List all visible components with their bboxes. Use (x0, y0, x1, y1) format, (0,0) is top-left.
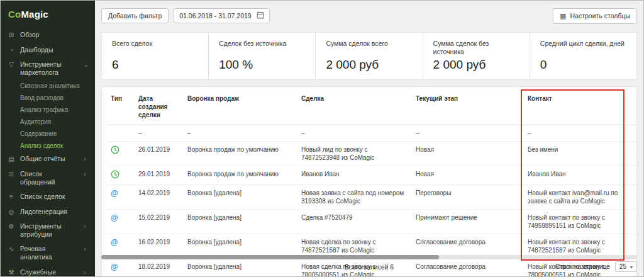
stat-value: 100 % (219, 58, 305, 72)
deal-title: Новый лид по звонку с 74872523948 из CoM… (301, 142, 416, 166)
deal-stage: Принимают решение (416, 210, 528, 234)
chevron-down-icon (84, 62, 90, 68)
rows-per-page-value: 25 (619, 263, 626, 270)
main-content: Добавить фильтр 01.06.2018 - 31.07.2019 … (95, 1, 643, 276)
deal-type-cell (107, 125, 138, 141)
stat-label: Сумма сделок без источника (433, 40, 519, 55)
deals-list-icon: ≡ (8, 193, 15, 201)
column-header-contact: Контакт (528, 87, 636, 125)
stat-value: 6 (112, 58, 198, 72)
deal-stage: Переговоры (416, 185, 528, 209)
speech-analytics-icon: ∿ (8, 246, 15, 254)
deal-funnel: Воронка [удалена] (187, 210, 301, 234)
stat-total-deal-sum: Сумма сделок всего 2 000 руб (315, 33, 422, 79)
deal-type-cell (107, 210, 138, 234)
chevron-right-icon (84, 171, 90, 178)
deal-stage: – (416, 125, 528, 141)
stat-label: Всего сделок (112, 40, 198, 55)
sidebar-item-deals-list[interactable]: ≡ Список сделок (1, 189, 95, 205)
clock-icon (111, 149, 119, 155)
sidebar-item-service[interactable]: ⚒ Служебные (1, 265, 95, 277)
comagic-logo: CoMagic (1, 1, 95, 28)
sidebar-item-cost-input[interactable]: Ввод расходов (1, 92, 95, 104)
overview-icon: ⊞ (8, 31, 15, 40)
deal-funnel: Воронка [удалена] (187, 185, 301, 209)
calendar-icon (257, 11, 264, 20)
chevron-right-icon (84, 269, 90, 276)
service-icon: ⚒ (8, 269, 15, 277)
requests-list-icon: ☰ (8, 171, 15, 179)
stat-total-deals: Всего сделок 6 (102, 33, 208, 79)
add-filter-button[interactable]: Добавить фильтр (101, 8, 169, 23)
configure-columns-button[interactable]: Настроить столбцы (553, 8, 637, 24)
deal-contact: Новый контакт по звонку с 74959895151 из… (528, 210, 636, 234)
table-row[interactable]: – – – – – (107, 125, 636, 142)
table-row[interactable]: 14.02.2019 Воронка [удалена] Новая заявк… (107, 185, 636, 210)
deal-title: Иванов Иван (301, 166, 416, 184)
sidebar-item-general-reports[interactable]: ▤ Общие отчёты (1, 152, 95, 167)
dashboards-icon: ◔ (8, 47, 15, 55)
deal-date: 14.02.2019 (138, 185, 187, 209)
column-header-funnel: Воронка продаж (187, 87, 301, 125)
at-sign-icon (111, 215, 118, 222)
chevron-down-icon (630, 263, 633, 270)
table-row[interactable]: 15.02.2019 Воронка [удалена] Сделка #752… (107, 210, 636, 234)
deal-contact: Без имени (528, 142, 636, 166)
column-header-deal: Сделка (301, 87, 416, 125)
logo-magic: Magic (21, 9, 48, 20)
deal-stage: Новая (416, 166, 528, 184)
rows-per-page-select[interactable]: 25 (615, 261, 637, 272)
logo-co: Co (8, 9, 21, 20)
deal-funnel: Воронка продаж по умолчанию (187, 142, 301, 166)
deal-funnel: – (187, 125, 301, 141)
sidebar-item-overview[interactable]: ⊞ Обзор (1, 28, 95, 43)
deal-type-cell (107, 166, 138, 184)
columns-grid-icon (560, 12, 566, 20)
date-range-input[interactable]: 01.06.2018 - 31.07.2019 (174, 8, 269, 23)
chevron-right-icon (84, 223, 90, 230)
deal-contact: Иванов Иван (528, 166, 636, 184)
attribution-icon: ⚙ (8, 223, 15, 231)
deal-date: – (138, 125, 187, 141)
sidebar-item-end-to-end-analytics[interactable]: Сквозная аналитика (1, 80, 95, 92)
column-header-type: Тип (107, 87, 138, 125)
stat-value: 2 000 руб (433, 58, 519, 72)
stat-label: Сумма сделок всего (326, 40, 412, 55)
column-header-stage: Текущий этап (416, 87, 528, 125)
sidebar-item-speech-analytics[interactable]: ∿ Речевая аналитика (1, 242, 95, 264)
deals-table: Тип Дата создания сделки Воронка продаж … (101, 86, 637, 277)
rows-per-page-label: Строк на странице (555, 263, 610, 270)
sidebar-item-content[interactable]: Содержание (1, 128, 95, 140)
deal-funnel: Воронка продаж по умолчанию (187, 166, 301, 184)
lead-generation-icon: ◎ (8, 208, 15, 217)
deal-contact: – (528, 125, 636, 141)
chevron-right-icon (84, 156, 90, 162)
horizontal-scrollbar[interactable] (101, 255, 637, 259)
sidebar-item-lead-generation[interactable]: ◎ Лидогенерация (1, 205, 95, 220)
deal-stage: Новая (416, 142, 528, 166)
deal-title: Сделка #7520479 (301, 210, 416, 234)
toolbar: Добавить фильтр 01.06.2018 - 31.07.2019 … (95, 1, 643, 25)
table-row[interactable]: 29.01.2019 Воронка продаж по умолчанию И… (107, 166, 636, 185)
sidebar-item-audience[interactable]: Аудитория (1, 116, 95, 128)
stat-label: Средний цикл сделки, дней (540, 40, 626, 55)
stat-label: Сделок без источника (219, 40, 305, 55)
table-row[interactable]: 26.01.2019 Воронка продаж по умолчанию Н… (107, 142, 636, 166)
at-sign-icon (111, 190, 118, 197)
sidebar-item-deal-analysis-active[interactable]: Анализ сделок (1, 140, 95, 152)
date-range-value: 01.06.2018 - 31.07.2019 (179, 12, 251, 20)
deal-type-cell (107, 185, 138, 209)
sidebar-item-marketer-tools[interactable]: ▽ Инструменты маркетолога (1, 57, 95, 80)
funnel-icon: ▽ (8, 61, 15, 69)
clock-icon (111, 173, 119, 180)
stats-panel: Всего сделок 6 Сделок без источника 100 … (101, 32, 637, 80)
scrollbar-thumb[interactable] (101, 255, 439, 259)
sidebar-item-dashboards[interactable]: ◔ Дашборды (1, 43, 95, 58)
deal-date: 26.01.2019 (138, 142, 187, 166)
sidebar-item-requests-list[interactable]: ☰ Список обращений (1, 167, 95, 189)
sidebar-item-traffic-analysis[interactable]: Анализ трафика (1, 104, 95, 116)
column-header-date: Дата создания сделки (138, 87, 187, 125)
sidebar-item-attribution-tools[interactable]: ⚙ Инструменты атрибуции (1, 219, 95, 242)
deal-date: 29.01.2019 (138, 166, 187, 184)
deal-date: 15.02.2019 (138, 210, 187, 234)
